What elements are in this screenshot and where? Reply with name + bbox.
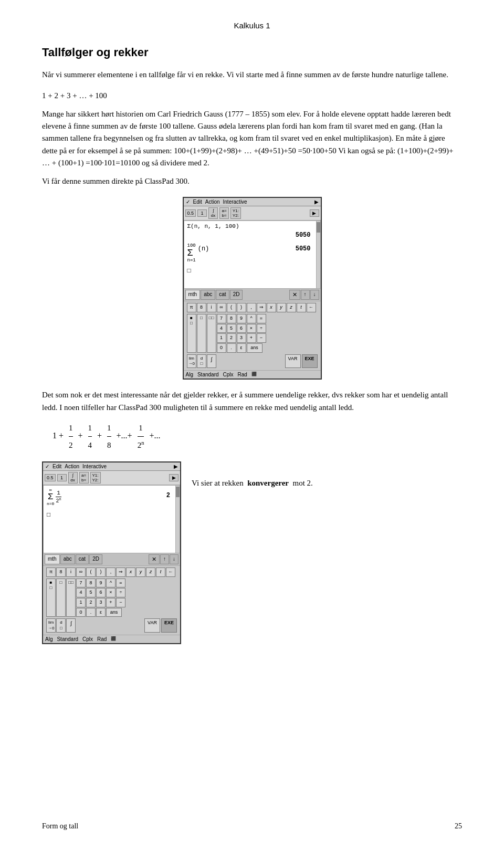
cp1-key-e[interactable]: ε <box>237 343 246 353</box>
cp2-key-4[interactable]: 4 <box>76 588 86 597</box>
cp2-key-plus[interactable]: + <box>106 598 116 607</box>
cp2-tab-2d[interactable]: 2D <box>89 554 102 564</box>
cp1-key-sep[interactable]: , <box>247 303 256 312</box>
cp2-key-sep[interactable]: , <box>106 567 116 577</box>
cp1-edit-menu[interactable]: Edit <box>193 199 202 205</box>
cp1-key-eq[interactable]: = <box>257 314 266 323</box>
cp2-key-2[interactable]: 2 <box>86 598 96 607</box>
cp1-tb-y1[interactable]: Y1:Y2: <box>230 207 241 219</box>
cp2-action-menu[interactable]: Action <box>65 464 79 469</box>
cp1-kb-down-btn[interactable]: ↓ <box>310 290 319 300</box>
cp2-key-rp[interactable]: ) <box>96 567 106 577</box>
cp2-key-minus[interactable]: − <box>116 598 125 607</box>
cp2-tb-y1[interactable]: Y1:Y2: <box>90 472 101 483</box>
cp1-tb-a[interactable]: a=b= <box>219 207 229 219</box>
cp1-key-div[interactable]: ÷ <box>257 324 266 333</box>
cp2-key-lim[interactable]: lim→0 <box>46 618 56 633</box>
cp1-key-lp[interactable]: ( <box>227 303 236 312</box>
cp1-key-y[interactable]: y <box>277 303 286 312</box>
cp1-key-d[interactable]: d□ <box>197 354 206 369</box>
cp2-key-eq[interactable]: = <box>116 579 125 588</box>
cp2-interactive-menu[interactable]: Interactive <box>82 464 107 469</box>
cp1-key-exe[interactable]: EXE <box>302 354 318 369</box>
cp1-key-6[interactable]: 6 <box>237 324 246 333</box>
cp1-key-x[interactable]: x <box>267 303 276 312</box>
cp1-arrow-right[interactable]: ▶ <box>314 199 319 205</box>
cp2-key-x[interactable]: x <box>126 567 135 577</box>
cp1-key-pi[interactable]: π <box>187 303 196 312</box>
cp2-key-z[interactable]: z <box>146 567 155 577</box>
cp1-key-sq1[interactable]: □ <box>197 314 206 353</box>
cp2-key-power[interactable]: ^ <box>106 579 116 588</box>
cp2-key-back[interactable]: ← <box>166 567 175 577</box>
cp2-key-div[interactable]: ÷ <box>116 588 125 597</box>
cp1-key-power[interactable]: ^ <box>247 314 256 323</box>
cp2-key-d[interactable]: d□ <box>56 618 66 633</box>
cp2-key-exe[interactable]: EXE <box>161 618 177 633</box>
cp2-key-ans[interactable]: ans <box>106 608 122 617</box>
cp2-key-i[interactable]: i <box>66 567 76 577</box>
cp2-tb-05[interactable]: 0.5 <box>45 474 56 481</box>
cp1-key-0[interactable]: 0 <box>217 343 226 353</box>
cp1-key-t[interactable]: t <box>297 303 306 312</box>
cp2-kb-down-btn[interactable]: ↓ <box>170 554 178 564</box>
cp1-key-back[interactable]: ← <box>307 303 316 312</box>
cp2-key-lp[interactable]: ( <box>86 567 96 577</box>
cp1-key-1[interactable]: 1 <box>217 333 226 343</box>
cp1-interactive-menu[interactable]: Interactive <box>223 199 247 205</box>
cp1-tab-2d[interactable]: 2D <box>230 290 243 300</box>
cp1-key-rp[interactable]: ) <box>237 303 246 312</box>
cp2-key-sq1[interactable]: □ <box>56 579 66 617</box>
cp2-key-dot[interactable]: . <box>86 608 96 617</box>
cp1-tb-arrow[interactable]: ▶ <box>310 209 319 217</box>
cp2-key-8b[interactable]: 8 <box>86 579 96 588</box>
cp1-action-menu[interactable]: Action <box>205 199 220 205</box>
cp1-key-plus[interactable]: + <box>247 333 256 343</box>
cp2-key-pi[interactable]: π <box>46 567 56 577</box>
cp1-key-lim[interactable]: lim→0 <box>187 354 196 369</box>
cp2-tb-1[interactable]: 1 <box>57 474 67 481</box>
cp2-key-infty[interactable]: ∞ <box>76 567 86 577</box>
cp2-kb-arrow-btn[interactable]: ↑ <box>160 554 169 564</box>
cp2-edit-menu[interactable]: Edit <box>52 464 61 469</box>
cp2-key-3[interactable]: 3 <box>96 598 106 607</box>
cp1-key-arr[interactable]: ⇒ <box>257 303 266 312</box>
cp1-key-7[interactable]: 7 <box>217 314 226 323</box>
cp1-key-infty[interactable]: ∞ <box>217 303 226 312</box>
cp1-tab-cat[interactable]: cat <box>216 290 229 300</box>
cp1-key-i[interactable]: i <box>207 303 216 312</box>
cp2-key-7[interactable]: 7 <box>76 579 86 588</box>
cp1-key-sqsq[interactable]: ■□ <box>187 314 196 353</box>
cp1-kb-arrow-btn[interactable]: ↑ <box>301 290 310 300</box>
cp1-key-dot[interactable]: . <box>227 343 236 353</box>
cp1-key-8[interactable]: 8 <box>197 303 206 312</box>
cp1-key-var[interactable]: VAR <box>285 354 301 369</box>
cp1-tab-abc[interactable]: abc <box>201 290 215 300</box>
cp1-tab-mth[interactable]: mth <box>185 290 201 300</box>
cp1-key-minus[interactable]: − <box>257 333 266 343</box>
cp2-key-integral[interactable]: ∫ <box>66 618 76 633</box>
cp1-key-2[interactable]: 2 <box>227 333 236 343</box>
cp2-tb-arrow[interactable]: ▶ <box>169 474 178 481</box>
cp2-key-6[interactable]: 6 <box>96 588 106 597</box>
cp1-key-integral[interactable]: ∫ <box>207 354 216 369</box>
cp2-key-var[interactable]: VAR <box>144 618 160 633</box>
cp1-key-4[interactable]: 4 <box>217 324 226 333</box>
cp2-key-0[interactable]: 0 <box>76 608 86 617</box>
cp1-key-3[interactable]: 3 <box>237 333 246 343</box>
cp1-kb-x-btn[interactable]: ✕ <box>289 290 300 300</box>
cp2-tab-abc[interactable]: abc <box>60 554 75 564</box>
cp2-key-1[interactable]: 1 <box>76 598 86 607</box>
cp2-key-arr[interactable]: ⇒ <box>116 567 125 577</box>
cp2-tab-cat[interactable]: cat <box>76 554 89 564</box>
cp2-key-t[interactable]: t <box>156 567 165 577</box>
cp2-key-y[interactable]: y <box>136 567 145 577</box>
cp1-key-8b[interactable]: 8 <box>227 314 236 323</box>
cp2-tb-a[interactable]: a=b= <box>79 472 89 483</box>
cp2-key-8[interactable]: 8 <box>56 567 66 577</box>
cp1-key-mul[interactable]: × <box>247 324 256 333</box>
cp2-key-sqsq[interactable]: ■□ <box>46 579 56 617</box>
cp1-key-5[interactable]: 5 <box>227 324 236 333</box>
cp1-tb-int[interactable]: ∫dx <box>208 207 218 219</box>
cp2-tab-mth[interactable]: mth <box>45 554 60 564</box>
